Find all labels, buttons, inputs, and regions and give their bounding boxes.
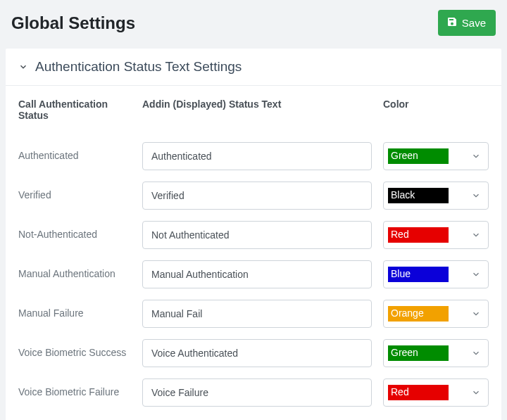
row-status-label: Not-Authenticated xyxy=(18,229,131,241)
color-select[interactable]: Green xyxy=(383,142,489,170)
page-title: Global Settings xyxy=(11,13,135,33)
color-chip: Green xyxy=(388,148,449,164)
chevron-down-icon xyxy=(471,388,481,397)
chevron-down-icon xyxy=(471,269,481,279)
chevron-down-icon xyxy=(471,309,481,319)
color-select[interactable]: Black xyxy=(383,182,489,210)
color-select[interactable]: Red xyxy=(383,221,489,249)
row-status-label: Authenticated xyxy=(18,150,131,163)
color-chip: Green xyxy=(388,345,449,361)
table-row: VerifiedBlack xyxy=(18,182,489,210)
chevron-down-icon xyxy=(471,191,481,201)
table-row: Manual FailureOrange xyxy=(18,300,489,328)
table-row: AuthenticatedGreen xyxy=(18,142,489,170)
table-row: Not-AuthenticatedRed xyxy=(18,221,489,249)
row-status-label: Voice Biometric Failure xyxy=(18,386,131,399)
chevron-down-icon xyxy=(471,348,481,358)
rows-container: AuthenticatedGreenVerifiedBlackNot-Authe… xyxy=(18,142,489,407)
color-select[interactable]: Red xyxy=(383,378,489,407)
color-select[interactable]: Orange xyxy=(383,300,489,328)
status-text-input[interactable] xyxy=(142,300,372,328)
row-status-label: Verified xyxy=(18,189,131,202)
table-row: Voice Biometric FailureRed xyxy=(18,378,489,407)
page-header: Global Settings Save xyxy=(0,0,507,49)
row-status-label: Voice Biometric Success xyxy=(18,347,131,359)
column-header-status: Call Authentication Status xyxy=(18,98,131,121)
chevron-down-icon xyxy=(471,151,481,161)
status-text-input[interactable] xyxy=(142,221,372,249)
save-icon xyxy=(446,16,458,30)
save-button[interactable]: Save xyxy=(438,10,496,36)
status-text-input[interactable] xyxy=(142,260,372,288)
row-status-label: Manual Failure xyxy=(18,307,131,320)
save-button-label: Save xyxy=(462,17,486,29)
row-status-label: Manual Authentication xyxy=(18,268,131,281)
color-chip: Blue xyxy=(388,267,449,282)
status-text-input[interactable] xyxy=(142,182,372,210)
column-headers: Call Authentication Status Addin (Displa… xyxy=(18,98,489,121)
table-row: Manual AuthenticationBlue xyxy=(18,260,489,288)
color-chip: Red xyxy=(388,227,449,243)
column-header-text: Addin (Displayed) Status Text xyxy=(142,98,372,121)
chevron-down-icon xyxy=(471,230,481,240)
color-chip: Orange xyxy=(388,306,449,322)
color-select[interactable]: Green xyxy=(383,339,489,367)
table-row: Voice Biometric SuccessGreen xyxy=(18,339,489,367)
chevron-down-icon xyxy=(18,62,28,72)
color-select[interactable]: Blue xyxy=(383,260,489,288)
color-chip: Red xyxy=(388,385,449,400)
panel-title: Authentication Status Text Settings xyxy=(35,59,242,75)
status-text-input[interactable] xyxy=(142,142,372,170)
status-text-input[interactable] xyxy=(142,339,372,367)
panel-header[interactable]: Authentication Status Text Settings xyxy=(6,49,501,86)
color-chip: Black xyxy=(388,188,449,203)
panel-body: Call Authentication Status Addin (Displa… xyxy=(6,86,501,420)
status-text-input[interactable] xyxy=(142,378,372,407)
column-header-color: Color xyxy=(383,98,489,121)
settings-panel: Authentication Status Text Settings Call… xyxy=(6,49,501,420)
